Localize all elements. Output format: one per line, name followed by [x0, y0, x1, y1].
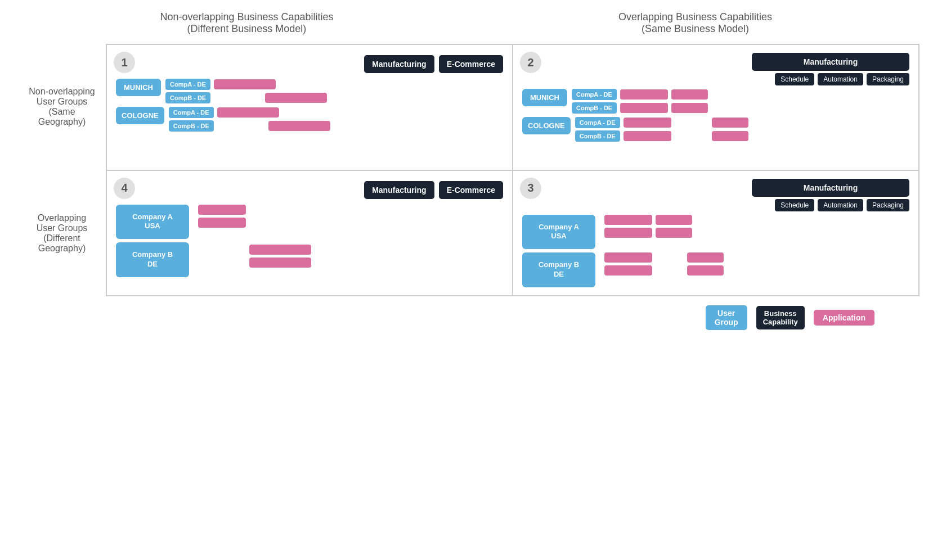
column-titles: Non-overlapping Business Capabilities (D…: [23, 11, 919, 35]
q2-munich-compb-label: CompB - DE: [572, 102, 617, 114]
q3-companyB-bars2: [604, 265, 724, 276]
q2-sub-schedule: Schedule: [775, 73, 814, 85]
col2-title: Overlapping Business Capabilities (Same …: [494, 11, 897, 35]
q3-companyA-bars1: [604, 215, 692, 225]
q3-cap-manufacturing: Manufacturing: [752, 179, 909, 197]
main-grid: Non-overlappingUser Groups(SameGeography…: [23, 44, 919, 296]
q2-cologne-comps: CompA - DE CompB - DE: [575, 117, 909, 142]
q2-locations: MUNICH CompA - DE CompB - DE: [522, 89, 909, 142]
q1-number: 1: [114, 52, 135, 73]
q1-munich-compb: CompB - DE: [165, 92, 503, 103]
quadrant-grid: 1 Manufacturing E-Commerce MUNICH CompA …: [106, 44, 919, 296]
q3-companyB-row: Company BDE: [522, 252, 909, 287]
q3-companyB-bars1: [604, 252, 724, 263]
legend: UserGroup BusinessCapability Application: [706, 305, 919, 330]
q4-companyB-label: Company BDE: [116, 242, 189, 277]
col1-title: Non-overlapping Business Capabilities (D…: [45, 11, 448, 35]
legend-user-group: UserGroup: [706, 305, 747, 330]
q3-companyB-bar4: [687, 265, 724, 276]
q1-cap-headers: Manufacturing E-Commerce: [116, 53, 503, 73]
q1-cologne-label: COLOGNE: [116, 107, 164, 124]
q4-companyA-label: Company AUSA: [116, 205, 189, 240]
q4-cap-manufacturing: Manufacturing: [364, 181, 434, 199]
row1-label: Non-overlappingUser Groups(SameGeography…: [23, 44, 101, 170]
q2-munich-compa: CompA - DE: [572, 89, 909, 100]
q2-cologne-compa: CompA - DE: [575, 117, 909, 128]
q2-cologne-compb-bar1: [623, 131, 671, 141]
q3-sub-packaging: Packaging: [867, 199, 909, 211]
q2-cologne-label: COLOGNE: [522, 117, 571, 134]
quadrant-1: 1 Manufacturing E-Commerce MUNICH CompA …: [106, 44, 513, 170]
q2-munich-compb-bar2: [671, 103, 708, 113]
q1-cologne-compb: CompB - DE: [169, 120, 503, 132]
legend-business-capability-box: BusinessCapability: [756, 306, 805, 329]
q4-companyA-bar1: [198, 205, 246, 215]
q1-cologne-compa-bar: [217, 107, 279, 118]
q3-sub-automation: Automation: [818, 199, 863, 211]
q2-munich-compa-bar2: [671, 89, 708, 100]
legend-application-box: Application: [814, 310, 874, 326]
q3-companyA-bar3: [604, 228, 652, 238]
q4-cap-headers: Manufacturing E-Commerce: [116, 179, 503, 199]
q4-companyA-bar2: [198, 218, 246, 228]
q2-sub-packaging: Packaging: [867, 73, 909, 85]
q2-number: 2: [520, 52, 541, 73]
q4-companyB-row: Company BDE: [116, 242, 503, 277]
legend-user-group-box: UserGroup: [706, 305, 747, 330]
q2-cologne-compb-label: CompB - DE: [575, 130, 620, 142]
q4-companyA-row: Company AUSA: [116, 205, 503, 240]
q1-locations: MUNICH CompA - DE CompB - DE: [116, 79, 503, 132]
q1-munich-compa: CompA - DE: [165, 79, 503, 90]
q2-cologne-row: COLOGNE CompA - DE CompB - DE: [522, 117, 909, 142]
legend-application: Application: [814, 310, 874, 326]
quadrant-3: 3 Manufacturing Schedule Automation Pack…: [513, 170, 919, 296]
q2-sub-automation: Automation: [818, 73, 863, 85]
q1-cap-ecommerce: E-Commerce: [439, 55, 503, 73]
q3-companyA-row: Company AUSA: [522, 215, 909, 250]
q2-munich-label: MUNICH: [522, 89, 567, 106]
q2-munich-row: MUNICH CompA - DE CompB - DE: [522, 89, 909, 114]
q3-companyA-bar2: [656, 215, 692, 225]
q2-munich-comps: CompA - DE CompB - DE: [572, 89, 909, 114]
q1-munich-compb-bar: [265, 93, 327, 103]
q3-number: 3: [520, 178, 541, 199]
q2-munich-compb: CompB - DE: [572, 102, 909, 114]
quadrant-2: 2 Manufacturing Schedule Automation Pack…: [513, 44, 919, 170]
q1-cologne-compa-label: CompA - DE: [169, 107, 214, 118]
q2-munich-compa-label: CompA - DE: [572, 89, 617, 100]
q3-users: Company AUSA Company BDE: [522, 215, 909, 288]
q1-munich-comps: CompA - DE CompB - DE: [165, 79, 503, 103]
q3-companyB-bar2: [687, 252, 724, 263]
row2-label: OverlappingUser Groups(DifferentGeograph…: [23, 170, 101, 297]
q2-munich-compa-bar1: [620, 89, 668, 100]
q1-cap-manufacturing: Manufacturing: [364, 55, 434, 73]
q2-cologne-compb: CompB - DE: [575, 130, 909, 142]
q1-cologne-comps: CompA - DE CompB - DE: [169, 107, 503, 132]
q3-companyB-label: Company BDE: [522, 252, 595, 287]
q4-number: 4: [114, 178, 135, 199]
q2-cap-manufacturing: Manufacturing: [752, 53, 909, 71]
q1-munich-row: MUNICH CompA - DE CompB - DE: [116, 79, 503, 103]
q1-munich-compb-label: CompB - DE: [165, 92, 210, 103]
q4-cap-ecommerce: E-Commerce: [439, 181, 503, 199]
q3-sub-schedule: Schedule: [775, 199, 814, 211]
q4-companyB-bar2: [249, 258, 311, 268]
q1-munich-compa-bar: [214, 79, 276, 89]
q3-sub-caps: Schedule Automation Packaging: [752, 199, 909, 211]
q1-cologne-compb-label: CompB - DE: [169, 120, 214, 132]
q2-cologne-compa-bar1: [623, 118, 671, 128]
q4-users: Company AUSA Company BDE: [116, 205, 503, 278]
q2-cologne-compa-label: CompA - DE: [575, 117, 620, 128]
q4-companyB-bar1: [249, 245, 311, 255]
q3-companyB-bar3: [604, 265, 652, 276]
q1-cologne-compb-bar: [268, 121, 330, 131]
q3-companyA-bars2: [604, 228, 692, 238]
q3-companyA-bar4: [656, 228, 692, 238]
q1-munich-compa-label: CompA - DE: [165, 79, 210, 90]
q2-munich-compb-bar1: [620, 103, 668, 113]
q1-cologne-compa: CompA - DE: [169, 107, 503, 118]
q3-companyA-bar1: [604, 215, 652, 225]
q1-cologne-row: COLOGNE CompA - DE CompB - DE: [116, 107, 503, 132]
row-labels: Non-overlappingUser Groups(SameGeography…: [23, 44, 101, 296]
q2-sub-caps: Schedule Automation Packaging: [752, 73, 909, 85]
